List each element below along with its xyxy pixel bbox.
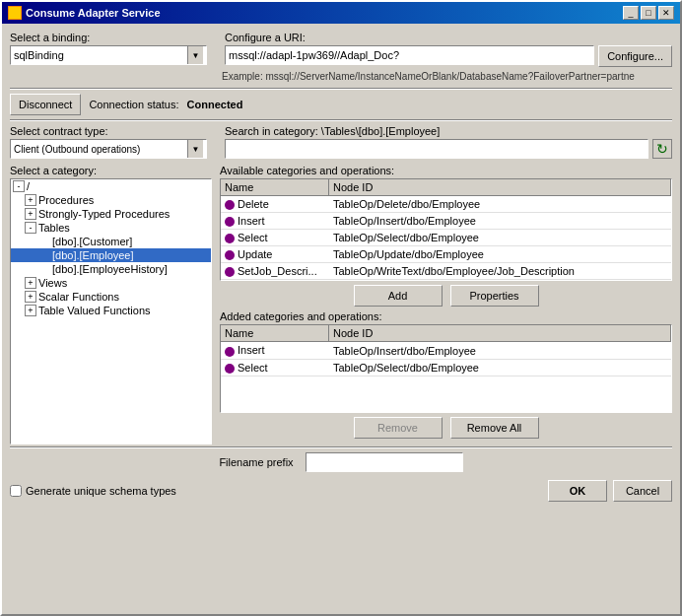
- table-row[interactable]: Delete TableOp/Delete/dbo/Employee: [221, 196, 671, 213]
- search-refresh-icon[interactable]: ↻: [652, 139, 672, 159]
- op-nodeid-cell: TableOp/Delete/dbo/Employee: [329, 196, 671, 212]
- generate-label: Generate unique schema types: [26, 485, 176, 497]
- filename-input[interactable]: [306, 452, 463, 472]
- tree-item-scalar[interactable]: + Scalar Functions: [11, 290, 211, 304]
- contract-dropdown-arrow: ▼: [187, 140, 203, 158]
- tree-item-tables[interactable]: - Tables: [11, 221, 211, 235]
- disconnect-button[interactable]: Disconnect: [10, 94, 81, 115]
- minimize-button[interactable]: _: [623, 6, 639, 20]
- configure-button[interactable]: Configure...: [598, 45, 672, 67]
- added-name-cell: Select: [221, 360, 329, 376]
- tree-label-procedures: Procedures: [38, 194, 94, 206]
- tree-label-tvf: Table Valued Functions: [38, 305, 151, 316]
- tree-item-views[interactable]: + Views: [11, 276, 211, 290]
- ok-button[interactable]: OK: [548, 480, 607, 502]
- tree-toggle-procedures[interactable]: +: [25, 194, 36, 206]
- main-window: Consume Adapter Service _ □ ✕ Select a b…: [0, 0, 682, 616]
- generate-checkbox[interactable]: [10, 485, 22, 497]
- category-tree: - / + Procedures + Strongly-Typed Proced…: [10, 178, 212, 445]
- search-input[interactable]: [225, 139, 648, 159]
- remove-button[interactable]: Remove: [354, 417, 443, 439]
- status-bar: Disconnect Connection status: Connected: [2, 90, 680, 119]
- add-button[interactable]: Add: [354, 285, 443, 307]
- tree-item-emphistory[interactable]: [dbo].[EmployeeHistory]: [11, 262, 211, 276]
- table-row[interactable]: Select TableOp/Select/dbo/Employee: [221, 230, 671, 246]
- window-icon: [8, 6, 22, 20]
- tree-toggle-tvf[interactable]: +: [25, 305, 36, 316]
- added-nodeid-cell: TableOp/Insert/dbo/Employee: [329, 343, 671, 359]
- contract-label: Select contract type:: [10, 125, 217, 137]
- table-row[interactable]: Insert TableOp/Insert/dbo/Employee: [221, 342, 671, 359]
- maximize-button[interactable]: □: [641, 6, 656, 20]
- op-icon: [225, 364, 235, 374]
- added-ops-table: Name Node ID Insert TableOp/Insert/dbo/E…: [220, 324, 672, 413]
- tree-item-customer[interactable]: [dbo].[Customer]: [11, 235, 211, 248]
- added-nodeid-cell: TableOp/Select/dbo/Employee: [329, 360, 671, 376]
- added-name-cell: Insert: [221, 342, 329, 358]
- cancel-button[interactable]: Cancel: [613, 480, 672, 502]
- tree-toggle-root[interactable]: -: [13, 180, 25, 192]
- op-nodeid-cell: TableOp/Update/dbo/Employee: [329, 246, 671, 262]
- available-ops-header: Name Node ID: [221, 179, 671, 196]
- remove-all-button[interactable]: Remove All: [450, 417, 539, 439]
- tree-label-customer: [dbo].[Customer]: [52, 236, 132, 247]
- op-name-cell: Insert: [221, 213, 329, 229]
- tree-label-views: Views: [38, 277, 67, 289]
- available-nodeid-header: Node ID: [329, 179, 671, 195]
- close-button[interactable]: ✕: [658, 6, 674, 20]
- tree-toggle-scalar[interactable]: +: [25, 291, 36, 303]
- tree-item-employee[interactable]: [dbo].[Employee]: [11, 248, 211, 262]
- tree-label-emphistory: [dbo].[EmployeeHistory]: [52, 263, 168, 275]
- table-row[interactable]: Select TableOp/Select/dbo/Employee: [221, 360, 671, 376]
- generate-checkbox-row: Generate unique schema types: [10, 485, 176, 497]
- binding-dropdown-arrow: ▼: [187, 46, 203, 64]
- filename-label: Filename prefix: [219, 456, 293, 468]
- tree-toggle-stp[interactable]: +: [25, 208, 36, 220]
- table-row[interactable]: Insert TableOp/Insert/dbo/Employee: [221, 213, 671, 230]
- tree-label-tables: Tables: [38, 222, 70, 234]
- tree-toggle-tables[interactable]: -: [25, 222, 36, 234]
- op-icon: [225, 217, 235, 227]
- available-ops-table: Name Node ID Delete TableOp/Delete/dbo/E…: [220, 178, 672, 281]
- op-name-cell: SetJob_Descri...: [221, 263, 329, 279]
- properties-button[interactable]: Properties: [450, 285, 539, 307]
- added-name-header: Name: [221, 325, 329, 341]
- tree-label-scalar: Scalar Functions: [38, 291, 119, 303]
- tree-item-tvf[interactable]: + Table Valued Functions: [11, 304, 211, 317]
- window-title: Consume Adapter Service: [26, 7, 161, 19]
- binding-value: sqlBinding: [14, 49, 64, 61]
- available-name-header: Name: [221, 179, 329, 195]
- op-nodeid-cell: TableOp/WriteText/dbo/Employee/Job_Descr…: [329, 263, 671, 279]
- table-row[interactable]: Update TableOp/Update/dbo/Employee: [221, 246, 671, 263]
- op-icon: [225, 200, 235, 210]
- tree-label-stp: Strongly-Typed Procedures: [38, 208, 170, 220]
- op-icon: [225, 267, 235, 277]
- op-nodeid-cell: TableOp/Insert/dbo/Employee: [329, 213, 671, 229]
- binding-dropdown[interactable]: sqlBinding ▼: [10, 45, 207, 65]
- uri-label: Configure a URI:: [225, 32, 672, 43]
- search-label: Search in category: \Tables\[dbo].[Emplo…: [225, 125, 672, 137]
- category-label: Select a category:: [10, 165, 212, 176]
- connection-status-label: Connection status:: [89, 99, 178, 110]
- op-nodeid-cell: TableOp/Select/dbo/Employee: [329, 230, 671, 245]
- contract-value: Client (Outbound operations): [14, 144, 140, 155]
- op-name-cell: Update: [221, 246, 329, 262]
- uri-input[interactable]: [225, 45, 594, 65]
- available-ops-label: Available categories and operations:: [220, 165, 672, 176]
- tree-item-stp[interactable]: + Strongly-Typed Procedures: [11, 207, 211, 221]
- tree-item-root[interactable]: - /: [11, 179, 211, 193]
- op-icon: [225, 347, 235, 357]
- contract-dropdown[interactable]: Client (Outbound operations) ▼: [10, 139, 207, 159]
- title-bar-left: Consume Adapter Service: [8, 6, 161, 20]
- title-buttons: _ □ ✕: [623, 6, 674, 20]
- added-ops-header: Name Node ID: [221, 325, 671, 342]
- tree-item-procedures[interactable]: + Procedures: [11, 193, 211, 207]
- op-name-cell: Select: [221, 230, 329, 245]
- connection-status-value: Connected: [187, 99, 243, 110]
- table-row[interactable]: SetJob_Descri... TableOp/WriteText/dbo/E…: [221, 263, 671, 280]
- binding-label: Select a binding:: [10, 32, 217, 43]
- tree-label-employee: [dbo].[Employee]: [52, 249, 134, 261]
- title-bar: Consume Adapter Service _ □ ✕: [2, 2, 680, 24]
- tree-toggle-views[interactable]: +: [25, 277, 36, 289]
- added-ops-label: Added categories and operations:: [220, 310, 672, 322]
